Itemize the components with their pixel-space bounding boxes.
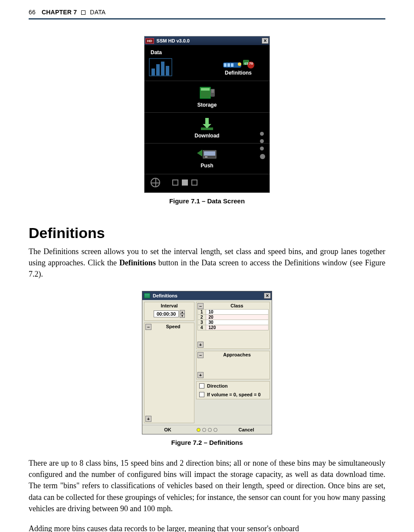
- download-button[interactable]: Download: [185, 117, 229, 139]
- storage-button[interactable]: Storage: [185, 85, 229, 108]
- svg-rect-23: [205, 157, 207, 157]
- interval-spinner[interactable]: ▲ ▼: [180, 310, 185, 318]
- ssm-titlebar: HD SSM HD v3.0.0 ×: [145, 36, 269, 45]
- ifvolume-checkbox[interactable]: [199, 392, 204, 397]
- class-index: 4: [198, 325, 206, 330]
- bar-chart-icon[interactable]: [149, 58, 172, 76]
- svg-rect-22: [204, 151, 215, 156]
- class-remove-button[interactable]: –: [197, 303, 204, 309]
- section-heading-definitions: Definitions: [29, 225, 385, 242]
- download-caption: Download: [194, 133, 219, 139]
- page-number: 66: [29, 9, 36, 16]
- table-row[interactable]: 330: [198, 320, 269, 325]
- class-value[interactable]: 20: [206, 315, 268, 320]
- speed-add-button[interactable]: +: [145, 416, 151, 422]
- hd-badge: HD: [145, 38, 154, 44]
- svg-rect-4: [166, 66, 169, 75]
- svg-rect-3: [161, 62, 164, 75]
- chapter-label: CHAPTER 7: [42, 9, 77, 16]
- definitions-dialog: Definitions × Interval 00:00:30 ▲ ▼: [142, 291, 272, 434]
- svg-marker-20: [197, 150, 202, 157]
- pager-dot-icon[interactable]: [208, 428, 212, 432]
- class-index: 3: [198, 320, 206, 325]
- svg-rect-16: [211, 91, 214, 92]
- speed-badge-b: 70: [249, 62, 253, 65]
- class-value[interactable]: 30: [206, 320, 268, 325]
- push-button[interactable]: Push: [185, 148, 229, 169]
- table-row[interactable]: 220: [198, 315, 269, 320]
- svg-point-9: [238, 62, 241, 66]
- speed-badge-a: 65: [244, 62, 248, 65]
- push-icon: [196, 148, 218, 161]
- svg-rect-6: [224, 63, 227, 67]
- status-dot-icon: [260, 154, 265, 159]
- pager-dot-icon[interactable]: [214, 428, 217, 432]
- speed-label: Speed: [145, 323, 194, 330]
- status-dots: [260, 132, 265, 159]
- class-panel: – Class 110 220 330 4120 +: [196, 302, 270, 349]
- direction-label: Direction: [207, 383, 228, 388]
- direction-checkbox[interactable]: [199, 383, 204, 388]
- class-label: Class: [197, 302, 269, 309]
- ok-button[interactable]: OK: [142, 425, 193, 434]
- interval-field[interactable]: 00:00:30: [154, 310, 179, 317]
- svg-rect-1: [151, 69, 155, 75]
- spin-up-icon[interactable]: ▲: [180, 310, 185, 314]
- ssm-window: HD SSM HD v3.0.0 × Data: [144, 36, 270, 193]
- square-outline-icon[interactable]: [172, 180, 178, 186]
- approaches-label: Approaches: [197, 351, 269, 358]
- cancel-button[interactable]: Cancel: [221, 425, 272, 434]
- download-icon: [199, 117, 215, 131]
- class-index: 2: [198, 315, 206, 320]
- class-value[interactable]: 10: [206, 310, 268, 315]
- speed-remove-button[interactable]: –: [145, 324, 151, 330]
- storage-caption: Storage: [197, 102, 217, 108]
- push-caption: Push: [200, 163, 213, 169]
- definitions-button[interactable]: 65 70 Definitions: [217, 58, 260, 76]
- running-header: 66 CHAPTER 7 DATA: [29, 9, 385, 16]
- table-row[interactable]: 4120: [198, 325, 269, 330]
- direction-panel: Direction If volume = 0, speed = 0: [196, 381, 270, 399]
- definitions-caption: Definitions: [225, 70, 252, 76]
- pager-dots: [193, 428, 221, 432]
- approaches-panel: – Approaches +: [196, 351, 270, 379]
- class-add-button[interactable]: +: [197, 342, 204, 348]
- approach-add-button[interactable]: +: [197, 372, 204, 378]
- pager-dot-icon[interactable]: [197, 428, 200, 432]
- approach-remove-button[interactable]: –: [197, 352, 204, 358]
- globe-icon[interactable]: [151, 178, 160, 187]
- ifvolume-label: If volume = 0, speed = 0: [207, 392, 261, 397]
- square-outline-icon[interactable]: [191, 180, 197, 186]
- figure-7-2-caption: Figure 7.2 – Definitions: [171, 439, 243, 446]
- storage-icon: [197, 85, 217, 100]
- adding-bins-paragraph: Adding more bins causes data records to …: [29, 523, 385, 532]
- interval-label: Interval: [145, 302, 194, 309]
- interval-panel: Interval 00:00:30 ▲ ▼: [144, 302, 194, 321]
- square-separator-icon: [81, 10, 85, 15]
- class-value[interactable]: 120: [206, 325, 268, 330]
- square-fill-icon[interactable]: [182, 180, 188, 186]
- class-index: 1: [198, 310, 206, 315]
- header-rule: [29, 18, 385, 20]
- table-row[interactable]: 110: [198, 310, 269, 315]
- svg-rect-8: [231, 63, 233, 67]
- class-table: 110 220 330 4120: [197, 309, 269, 330]
- bins-paragraph: There are up to 8 class bins, 15 speed b…: [29, 457, 385, 514]
- svg-rect-7: [227, 63, 230, 67]
- definitions-intro-paragraph: The Definitions screen allows you to set…: [29, 246, 385, 280]
- para1-bold: Definitions: [119, 258, 156, 267]
- status-dot-icon: [260, 132, 264, 136]
- spin-down-icon[interactable]: ▼: [180, 314, 185, 318]
- status-dot-icon: [260, 139, 264, 143]
- pager-dot-icon[interactable]: [202, 428, 206, 432]
- svg-rect-2: [156, 64, 160, 75]
- svg-rect-18: [205, 118, 209, 124]
- status-dot-icon: [260, 147, 264, 150]
- sensor-icon: [144, 293, 150, 298]
- close-button[interactable]: ×: [262, 38, 269, 44]
- definitions-dialog-title: Definitions: [153, 293, 264, 298]
- definitions-titlebar: Definitions ×: [142, 291, 272, 300]
- close-button[interactable]: ×: [264, 293, 271, 299]
- data-tab-label: Data: [145, 45, 269, 58]
- svg-rect-13: [201, 88, 210, 91]
